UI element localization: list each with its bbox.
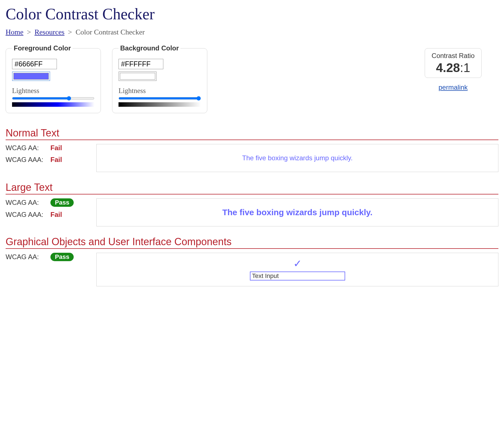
background-lightness-slider[interactable] — [119, 96, 201, 101]
normal-aa-result: Fail — [50, 144, 62, 152]
normal-text-section: Normal Text WCAG AA: Fail WCAG AAA: Fail — [6, 127, 498, 172]
foreground-swatch — [13, 73, 49, 80]
ui-preview-box: ✓ — [96, 253, 498, 286]
foreground-lightness-label: Lightness — [12, 87, 94, 95]
background-gradient-strip — [119, 102, 201, 107]
checkmark-icon: ✓ — [293, 259, 302, 269]
large-sample-input[interactable] — [102, 208, 493, 217]
ui-results: WCAG AA: Pass — [6, 253, 90, 265]
ui-components-heading: Graphical Objects and User Interface Com… — [6, 236, 498, 249]
normal-results: WCAG AA: Fail WCAG AAA: Fail — [6, 144, 90, 168]
large-preview-box — [96, 198, 498, 226]
normal-aa-label: WCAG AA: — [6, 144, 50, 152]
breadcrumb-current: Color Contrast Checker — [76, 28, 145, 36]
breadcrumb-sep: > — [68, 28, 72, 36]
foreground-swatch-button[interactable] — [12, 71, 50, 81]
foreground-hex-input[interactable] — [12, 59, 57, 69]
background-lightness-label: Lightness — [119, 87, 201, 95]
ratio-suffix: :1 — [460, 61, 470, 75]
background-swatch — [120, 73, 155, 80]
breadcrumb-sep: > — [27, 28, 31, 36]
ratio-value: 4.28:1 — [432, 61, 475, 75]
normal-text-heading: Normal Text — [6, 127, 498, 140]
ratio-box: Contrast Ratio 4.28:1 — [425, 48, 482, 78]
breadcrumb-home[interactable]: Home — [6, 28, 24, 36]
ui-sample-input[interactable] — [250, 272, 345, 280]
breadcrumb-resources[interactable]: Resources — [34, 28, 64, 36]
breadcrumb: Home > Resources > Color Contrast Checke… — [6, 28, 498, 36]
ui-components-section: Graphical Objects and User Interface Com… — [6, 236, 498, 286]
ui-aa-label: WCAG AA: — [6, 253, 50, 261]
permalink-link[interactable]: permalink — [438, 84, 468, 91]
ui-aa-result: Pass — [50, 253, 74, 261]
large-text-heading: Large Text — [6, 182, 498, 194]
ratio-number: 4.28 — [436, 61, 460, 75]
large-aa-result: Pass — [50, 198, 74, 207]
page-title: Color Contrast Checker — [6, 5, 498, 23]
normal-sample-input[interactable] — [102, 154, 493, 162]
large-results: WCAG AA: Pass WCAG AAA: Fail — [6, 198, 90, 222]
large-aaa-result: Fail — [50, 211, 62, 219]
normal-aaa-result: Fail — [50, 156, 62, 164]
large-text-section: Large Text WCAG AA: Pass WCAG AAA: Fail — [6, 182, 498, 226]
background-hex-input[interactable] — [119, 59, 163, 69]
background-legend: Background Color — [119, 44, 180, 52]
normal-preview-box — [96, 144, 498, 172]
ratio-panel: Contrast Ratio 4.28:1 permalink — [425, 48, 482, 91]
large-aaa-label: WCAG AAA: — [6, 211, 50, 219]
foreground-legend: Foreground Color — [12, 44, 73, 52]
foreground-fieldset: Foreground Color Lightness — [6, 44, 101, 113]
foreground-lightness-slider[interactable] — [12, 96, 94, 101]
background-fieldset: Background Color Lightness — [112, 44, 207, 113]
large-aa-label: WCAG AA: — [6, 199, 50, 207]
background-swatch-button[interactable] — [119, 71, 157, 81]
ratio-label: Contrast Ratio — [432, 52, 475, 60]
normal-aaa-label: WCAG AAA: — [6, 156, 50, 164]
foreground-gradient-strip — [12, 102, 94, 107]
